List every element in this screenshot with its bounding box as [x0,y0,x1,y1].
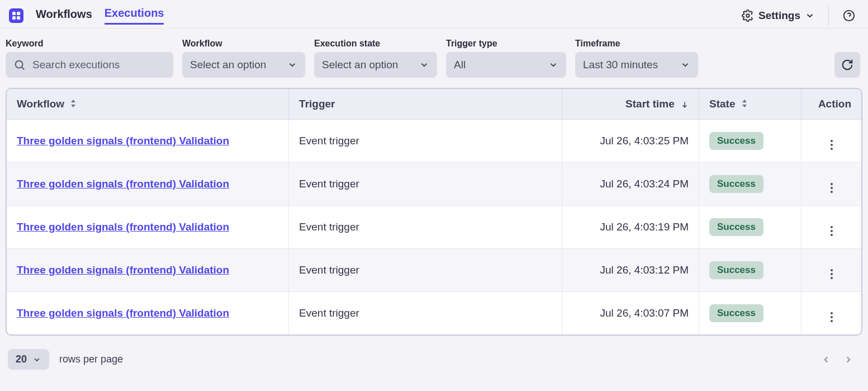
sort-down-icon [681,101,689,109]
workflow-filter-label: Workflow [182,39,305,49]
svg-marker-10 [71,105,75,107]
state-filter-select[interactable]: Select an option [314,52,437,78]
tab-workflows[interactable]: Workflows [36,8,92,24]
table-row: Three golden signals (frontend) Validati… [7,163,861,206]
col-header-start[interactable]: Start time [562,89,699,120]
help-button[interactable] [839,6,859,26]
help-icon [843,10,855,22]
svg-rect-1 [17,12,20,15]
keyword-search[interactable] [6,52,173,78]
top-navbar: Workflows Executions Settings [0,0,868,29]
trigger-cell: Event trigger [289,249,562,292]
chevron-down-icon [680,60,690,70]
col-header-workflow[interactable]: Workflow [7,89,289,120]
chevron-down-icon [32,355,41,364]
svg-rect-0 [12,12,16,15]
refresh-button[interactable] [834,52,860,78]
timeframe-filter-value: Last 30 minutes [583,59,658,71]
status-badge: Success [709,175,763,193]
workflow-link[interactable]: Three golden signals (frontend) Validati… [17,221,229,233]
svg-marker-12 [742,100,747,102]
state-filter-label: Execution state [314,39,437,49]
row-actions-menu[interactable] [831,140,833,150]
chevron-left-icon [821,355,831,365]
start-time-cell: Jul 26, 4:03:07 PM [562,292,699,335]
filter-bar: Keyword Workflow Select an option Execut… [0,29,868,84]
start-time-cell: Jul 26, 4:03:25 PM [562,120,699,163]
app-logo-icon [9,8,23,23]
vertical-divider [828,6,829,26]
workflow-filter-value: Select an option [190,59,266,71]
timeframe-filter-label: Timeframe [575,39,698,49]
chevron-down-icon [419,60,429,70]
settings-label: Settings [758,10,800,22]
svg-point-4 [746,14,750,17]
svg-rect-2 [12,16,16,20]
page-size-value: 20 [16,354,27,365]
settings-menu[interactable]: Settings [738,7,818,24]
start-time-cell: Jul 26, 4:03:19 PM [562,206,699,249]
trigger-filter-select[interactable]: All [446,52,566,78]
pagination-bar: 20 rows per page [0,341,868,381]
svg-marker-9 [71,100,75,102]
state-filter-value: Select an option [322,59,398,71]
start-time-cell: Jul 26, 4:03:12 PM [562,249,699,292]
col-header-workflow-label: Workflow [17,98,64,110]
row-actions-menu[interactable] [831,312,833,322]
status-badge: Success [709,132,763,150]
gear-icon [742,10,754,22]
chevron-down-icon [805,11,815,21]
tab-executions[interactable]: Executions [105,7,164,25]
svg-point-7 [16,61,23,68]
table-row: Three golden signals (frontend) Validati… [7,249,861,292]
status-badge: Success [709,261,763,279]
workflow-filter-select[interactable]: Select an option [182,52,305,78]
executions-table: Workflow Trigger Start time State [6,88,862,336]
refresh-icon [841,59,853,71]
trigger-filter-label: Trigger type [446,39,566,49]
table-row: Three golden signals (frontend) Validati… [7,292,861,335]
rows-per-page-label: rows per page [59,354,123,365]
svg-line-8 [22,67,24,69]
svg-marker-13 [742,105,747,107]
start-time-cell: Jul 26, 4:03:24 PM [562,163,699,206]
trigger-filter-value: All [454,59,466,71]
col-header-trigger: Trigger [289,89,562,120]
row-actions-menu[interactable] [831,183,833,193]
row-actions-menu[interactable] [831,226,833,236]
col-header-action: Action [801,89,861,120]
svg-rect-3 [17,16,20,20]
trigger-cell: Event trigger [289,163,562,206]
search-input[interactable] [32,59,165,71]
chevron-right-icon [843,355,853,365]
status-badge: Success [709,218,763,236]
workflow-link[interactable]: Three golden signals (frontend) Validati… [17,264,229,276]
table-row: Three golden signals (frontend) Validati… [7,120,861,163]
chevron-down-icon [287,60,297,70]
trigger-cell: Event trigger [289,206,562,249]
workflow-link[interactable]: Three golden signals (frontend) Validati… [17,135,229,147]
row-actions-menu[interactable] [831,269,833,279]
timeframe-filter-select[interactable]: Last 30 minutes [575,52,698,78]
search-icon [13,59,26,71]
trigger-cell: Event trigger [289,120,562,163]
next-page-button[interactable] [843,355,853,365]
prev-page-button[interactable] [821,355,831,365]
workflow-link[interactable]: Three golden signals (frontend) Validati… [17,178,229,190]
keyword-label: Keyword [6,39,173,49]
sort-icon [70,100,76,107]
table-row: Three golden signals (frontend) Validati… [7,206,861,249]
page-size-select[interactable]: 20 [8,349,49,370]
status-badge: Success [709,304,763,322]
col-header-state[interactable]: State [699,89,801,120]
sort-icon [742,100,747,107]
chevron-down-icon [548,60,558,70]
col-header-state-label: State [709,98,735,110]
col-header-start-label: Start time [625,98,675,110]
trigger-cell: Event trigger [289,292,562,335]
workflow-link[interactable]: Three golden signals (frontend) Validati… [17,307,229,319]
